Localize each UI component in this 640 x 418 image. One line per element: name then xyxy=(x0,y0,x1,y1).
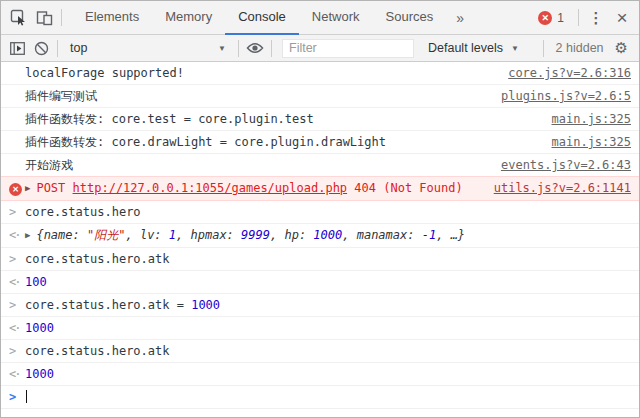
message-token: core.status.hero.atk xyxy=(25,344,170,358)
message-token: 1000 xyxy=(25,367,54,381)
result-arrow-icon: <· xyxy=(9,274,25,290)
console-command: >core.status.hero.atk xyxy=(1,248,639,271)
console-sidebar-icon[interactable] xyxy=(5,37,29,59)
error-count-badge[interactable]: ✕ 1 xyxy=(538,11,570,25)
source-link[interactable]: main.js:325 xyxy=(552,134,631,150)
error-icon: ✕ xyxy=(538,11,552,25)
console-message: 开始游戏events.js?v=2.6:43 xyxy=(1,154,639,177)
request-url-link[interactable]: http://127.0.0.1:1055/games/upload.php xyxy=(73,181,348,195)
message-token: 插件函数转发: core.test = core.plugin.test xyxy=(25,112,314,126)
divider xyxy=(61,9,62,26)
message-token: 开始游戏 xyxy=(25,158,73,172)
message-text: core.status.hero xyxy=(25,204,631,220)
tab-sources[interactable]: Sources xyxy=(373,1,447,35)
tab-console[interactable]: Console xyxy=(225,1,299,35)
source-link[interactable]: events.js?v=2.6:43 xyxy=(501,157,631,173)
error-count: 1 xyxy=(557,11,564,25)
filter-input[interactable] xyxy=(282,39,414,58)
source-link[interactable]: plugins.js?v=2.6:5 xyxy=(501,88,631,104)
live-expression-eye-icon[interactable] xyxy=(243,37,267,59)
message-token: 1 xyxy=(169,228,176,242)
message-text: core.status.hero.atk xyxy=(25,343,631,359)
message-token: core.status.hero.atk xyxy=(25,252,170,266)
console-command: >core.status.hero.atk xyxy=(1,340,639,363)
chevron-down-icon: ▼ xyxy=(218,44,226,53)
chevron-down-icon: ▼ xyxy=(511,44,519,53)
clear-console-icon[interactable] xyxy=(29,37,53,59)
message-token: 插件编写测试 xyxy=(25,89,97,103)
console-log: localForage supported!core.js?v=2.6:316插… xyxy=(1,62,639,409)
message-text: core.status.hero.atk xyxy=(25,251,631,267)
text-cursor xyxy=(26,390,27,403)
devtools-window: Elements Memory Console Network Sources … xyxy=(0,0,640,418)
inspect-element-icon[interactable] xyxy=(5,5,31,31)
message-token: 404 (Not Found) xyxy=(347,181,463,195)
console-prompt[interactable]: > xyxy=(1,386,639,409)
command-chevron-icon: > xyxy=(9,204,25,220)
console-result: <·▶{name: "阳光", lv: 1, hpmax: 9999, hp: … xyxy=(1,224,639,248)
command-chevron-icon: > xyxy=(9,343,25,359)
console-message: 插件函数转发: core.drawLight = core.plugin.dra… xyxy=(1,131,639,154)
prompt-chevron-icon: > xyxy=(9,389,25,405)
message-token: core.status.hero.atk = xyxy=(25,298,191,312)
source-link[interactable]: utils.js?v=2.6:1141 xyxy=(494,180,631,196)
message-token: , hp: xyxy=(270,228,313,242)
message-token: POST xyxy=(36,181,72,195)
console-settings-gear-icon[interactable]: ⚙ xyxy=(615,39,628,57)
console-error-message: ✕▶POST http://127.0.0.1:1055/games/uploa… xyxy=(1,176,639,201)
divider xyxy=(578,9,579,26)
message-token: 1000 xyxy=(313,228,342,242)
tab-elements[interactable]: Elements xyxy=(72,1,152,35)
console-command: >core.status.hero xyxy=(1,201,639,224)
divider xyxy=(271,40,272,57)
console-message: 插件函数转发: core.test = core.plugin.testmain… xyxy=(1,108,639,131)
message-token: , manamax: xyxy=(342,228,421,242)
message-token: , lv: xyxy=(125,228,168,242)
result-arrow-icon: <· xyxy=(9,227,25,243)
source-link[interactable]: main.js:325 xyxy=(552,111,631,127)
close-icon[interactable]: × xyxy=(609,5,635,31)
console-command: >core.status.hero.atk = 1000 xyxy=(1,294,639,317)
disclosure-triangle-icon[interactable]: ▶ xyxy=(25,180,30,196)
console-toolbar: top ▼ Default levels ▼ 2 hidden ⚙ xyxy=(1,35,639,62)
message-text: 1000 xyxy=(25,320,631,336)
message-token: "阳光" xyxy=(87,228,125,242)
message-text: 1000 xyxy=(25,366,631,382)
javascript-context-dropdown[interactable]: top ▼ xyxy=(62,41,234,55)
message-token: localForage supported! xyxy=(25,66,184,80)
message-text: 100 xyxy=(25,274,631,290)
console-message: localForage supported!core.js?v=2.6:316 xyxy=(1,62,639,85)
more-tabs-button[interactable]: » xyxy=(446,1,474,34)
devtools-tabbar: Elements Memory Console Network Sources … xyxy=(1,1,639,35)
command-chevron-icon: > xyxy=(9,297,25,313)
device-toolbar-icon[interactable] xyxy=(31,5,57,31)
disclosure-triangle-icon[interactable]: ▶ xyxy=(25,227,30,243)
console-result: <·1000 xyxy=(1,363,639,386)
message-token: , …} xyxy=(436,228,465,242)
tab-memory[interactable]: Memory xyxy=(152,1,225,35)
divider xyxy=(238,40,239,57)
command-chevron-icon: > xyxy=(9,251,25,267)
tab-network[interactable]: Network xyxy=(299,1,373,35)
message-text: 插件编写测试 xyxy=(25,88,489,104)
kebab-menu-icon[interactable]: ⋮ xyxy=(583,5,609,31)
log-levels-dropdown[interactable]: Default levels ▼ xyxy=(418,41,529,55)
message-text: localForage supported! xyxy=(25,65,496,81)
console-message: 插件编写测试plugins.js?v=2.6:5 xyxy=(1,85,639,108)
source-link[interactable]: core.js?v=2.6:316 xyxy=(508,65,631,81)
message-text: core.status.hero.atk = 1000 xyxy=(25,297,631,313)
message-token: {name: xyxy=(36,228,87,242)
message-token: 9999 xyxy=(241,228,270,242)
log-levels-label: Default levels xyxy=(428,41,503,55)
message-token: -1 xyxy=(422,228,436,242)
result-arrow-icon: <· xyxy=(9,366,25,382)
error-icon: ✕ xyxy=(9,183,22,196)
message-text: ▶POST http://127.0.0.1:1055/games/upload… xyxy=(25,180,482,197)
divider xyxy=(543,40,544,57)
panel-tabs: Elements Memory Console Network Sources … xyxy=(72,1,474,34)
message-text: 插件函数转发: core.test = core.plugin.test xyxy=(25,111,540,127)
divider xyxy=(57,40,58,57)
message-text xyxy=(25,389,631,405)
context-label: top xyxy=(70,41,87,55)
console-result: <·1000 xyxy=(1,317,639,340)
